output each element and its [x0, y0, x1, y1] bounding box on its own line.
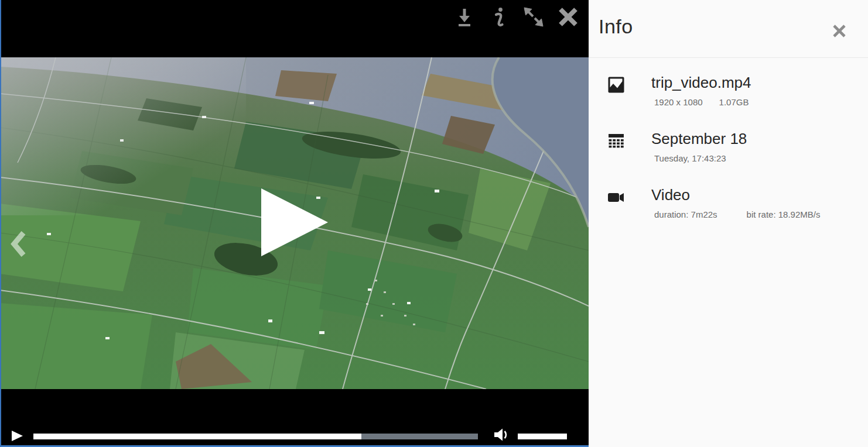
- fullscreen-icon: [522, 6, 545, 28]
- fullscreen-button[interactable]: [521, 4, 546, 30]
- toolbar-icon-group: [452, 4, 580, 30]
- photo-icon: [607, 76, 625, 94]
- player-control-bar: [0, 389, 589, 447]
- volume-icon[interactable]: [493, 428, 510, 442]
- info-panel-header: Info: [589, 0, 868, 58]
- video-icon: [607, 188, 625, 206]
- close-icon[interactable]: [832, 23, 847, 39]
- info-panel: Info trip_video.mp4 1920 x 1080 1.07GB: [589, 0, 868, 447]
- date-meta: Tuesday, 17:43:23: [651, 153, 747, 163]
- video-label: Video: [651, 185, 820, 205]
- video-duration: duration: 7m22s: [654, 209, 717, 219]
- file-size: 1.07GB: [719, 97, 749, 107]
- play-overlay-icon[interactable]: [261, 188, 328, 256]
- seek-bar[interactable]: [33, 434, 478, 439]
- player-top-bar: [0, 0, 589, 57]
- info-button[interactable]: [487, 4, 511, 30]
- volume-slider-fill: [518, 434, 567, 439]
- video-player: [0, 0, 589, 447]
- video-bitrate: bit rate: 18.92MB/s: [747, 209, 821, 219]
- download-icon: [454, 6, 474, 28]
- info-row-text: trip_video.mp4 1920 x 1080 1.07GB: [651, 73, 751, 107]
- seek-bar-remaining: [361, 434, 478, 439]
- video-meta: duration: 7m22s bit rate: 18.92MB/s: [651, 209, 820, 219]
- volume-slider[interactable]: [518, 434, 567, 439]
- info-row-text: September 18 Tuesday, 17:43:23: [651, 129, 747, 163]
- info-row-file: trip_video.mp4 1920 x 1080 1.07GB: [607, 73, 751, 107]
- calendar-icon: [607, 132, 625, 150]
- info-icon: [493, 6, 505, 28]
- previous-chevron-icon[interactable]: [11, 231, 27, 257]
- info-panel-title: Info: [599, 15, 633, 38]
- close-button[interactable]: [556, 4, 580, 30]
- file-name: trip_video.mp4: [651, 73, 751, 92]
- date-time: Tuesday, 17:43:23: [654, 153, 726, 163]
- play-icon[interactable]: [12, 431, 23, 441]
- date-taken: September 18: [651, 129, 747, 149]
- info-row-video: Video duration: 7m22s bit rate: 18.92MB/…: [607, 185, 820, 219]
- file-meta: 1920 x 1080 1.07GB: [651, 97, 751, 107]
- close-icon: [556, 5, 580, 29]
- info-row-text: Video duration: 7m22s bit rate: 18.92MB/…: [651, 185, 820, 219]
- info-row-date: September 18 Tuesday, 17:43:23: [607, 129, 747, 163]
- file-dimensions: 1920 x 1080: [654, 97, 703, 107]
- seek-bar-played: [33, 434, 361, 439]
- download-button[interactable]: [452, 4, 477, 30]
